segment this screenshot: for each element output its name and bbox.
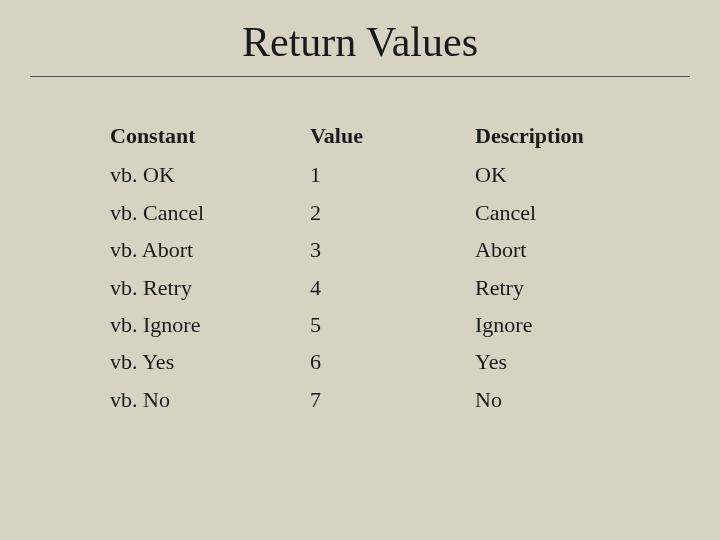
header-value: Value [310,117,475,154]
header-constant: Constant [110,117,310,154]
table-cell: Retry [475,269,675,306]
table-cell: vb. Cancel [110,194,310,231]
table-cell: No [475,381,675,418]
table-cell: vb. Abort [110,231,310,268]
column-value: Value 1 2 3 4 5 6 7 [310,117,475,418]
return-values-table: Constant vb. OK vb. Cancel vb. Abort vb.… [0,117,720,418]
table-cell: Abort [475,231,675,268]
table-cell: 5 [310,306,475,343]
table-cell: Cancel [475,194,675,231]
page-title: Return Values [0,0,720,76]
table-cell: 1 [310,156,475,193]
title-divider [30,76,690,77]
table-cell: Ignore [475,306,675,343]
table-cell: vb. Yes [110,343,310,380]
table-cell: 2 [310,194,475,231]
column-constant: Constant vb. OK vb. Cancel vb. Abort vb.… [110,117,310,418]
table-cell: OK [475,156,675,193]
table-cell: vb. No [110,381,310,418]
table-cell: vb. Retry [110,269,310,306]
table-cell: vb. OK [110,156,310,193]
table-cell: 7 [310,381,475,418]
column-description: Description OK Cancel Abort Retry Ignore… [475,117,675,418]
table-cell: 4 [310,269,475,306]
table-cell: 3 [310,231,475,268]
table-cell: 6 [310,343,475,380]
table-cell: vb. Ignore [110,306,310,343]
header-description: Description [475,117,675,154]
table-cell: Yes [475,343,675,380]
